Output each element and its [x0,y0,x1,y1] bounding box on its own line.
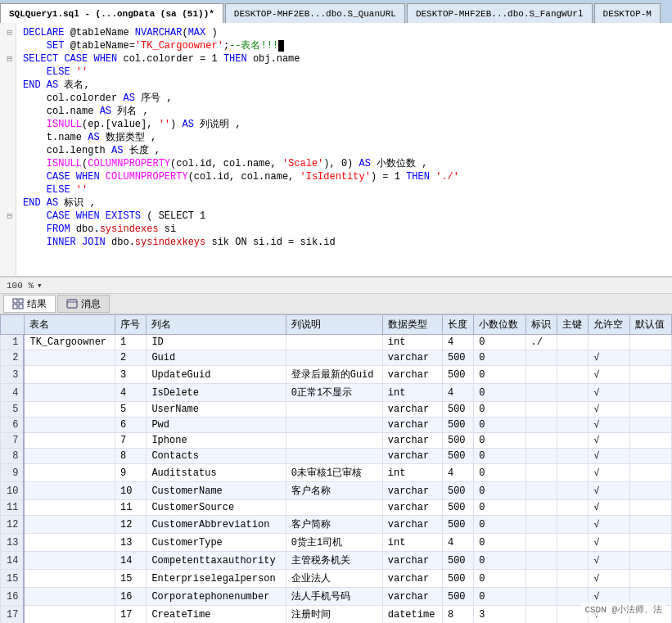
table-row: 1717CreateTime注册时间datetime83√ [1,606,672,624]
tab-results-label: 结果 [27,297,47,311]
data-cell: varchar [382,552,442,570]
data-cell: 主管税务机关 [286,552,382,570]
table-row: 44IsDelete0正常1不显示int40√ [1,384,672,402]
data-cell: √ [589,402,630,418]
tab-query[interactable]: SQLQuery1.sql - (...ongData (sa (51))* [0,3,223,23]
data-cell [24,384,115,402]
data-cell: 500 [442,482,473,500]
grid-icon [12,298,24,309]
data-cell [24,418,115,433]
data-cell [630,464,672,482]
data-cell [630,482,672,500]
data-cell [557,482,588,500]
data-cell: √ [589,433,630,449]
data-cell: IsDelete [147,384,286,402]
data-cell: int [382,464,442,482]
data-table-container[interactable]: 表名 序号 列名 列说明 数据类型 长度 小数位数 标识 主键 允许空 默认值 … [0,314,672,623]
data-cell [630,534,672,552]
data-cell [24,534,115,552]
data-cell: 10 [115,482,147,500]
data-cell: Enterpriselegalperson [147,570,286,588]
tab-results[interactable]: 结果 [3,295,56,313]
tab-desktop-label: DESKTOP-M [603,9,652,19]
data-cell [630,570,672,588]
table-row: 33UpdateGuid登录后最新的Guidvarchar5000√ [1,366,672,384]
data-cell [24,482,115,500]
table-row: 1515Enterpriselegalperson企业法人varchar5000… [1,570,672,588]
zoom-dropdown-icon[interactable]: ▾ [37,280,43,291]
data-cell: CustomerAbbreviation [147,516,286,534]
data-cell [525,588,557,606]
data-cell [24,433,115,449]
tab-desktop[interactable]: DESKTOP-M [594,3,661,23]
editor-area[interactable]: ⊟ ⊟ ⊟ DECLARE @tableName NVARCHAR(MAX ) … [0,23,672,277]
data-cell [24,350,115,366]
data-cell [525,384,557,402]
row-num-cell: 4 [1,384,25,402]
data-cell: CreateTime [147,606,286,624]
data-cell: 6 [115,418,147,433]
data-cell [557,500,588,516]
data-cell: 0 [474,516,525,534]
data-cell [24,552,115,570]
data-cell: int [382,384,442,402]
tab-quanurl[interactable]: DESKTOP-MHF2EB...dbo.S_QuanURL [225,3,405,23]
data-cell: datetime [382,606,442,624]
row-num-cell: 1 [1,335,25,350]
data-cell [557,449,588,464]
data-cell: 12 [115,516,147,534]
data-cell: varchar [382,570,442,588]
data-cell [630,500,672,516]
data-cell: 0 [474,552,525,570]
data-cell: 500 [442,552,473,570]
data-cell [630,350,672,366]
data-cell: 4 [442,464,473,482]
data-cell: 7 [115,433,147,449]
data-cell: 0 [474,350,525,366]
data-cell: 4 [442,384,473,402]
data-cell: 0货主1司机 [286,534,382,552]
data-cell: 0 [474,449,525,464]
data-cell [286,433,382,449]
data-cell [630,516,672,534]
data-cell: varchar [382,449,442,464]
col-seq: 序号 [115,315,147,335]
data-cell: UpdateGuid [147,366,286,384]
data-cell [525,516,557,534]
data-cell: √ [589,464,630,482]
row-num-cell: 17 [1,606,25,624]
code-editor[interactable]: DECLARE @tableName NVARCHAR(MAX ) SET @t… [16,23,672,276]
table-row: 1616Corporatephonenumber法人手机号码varchar500… [1,588,672,606]
tab-messages[interactable]: 消息 [57,295,110,313]
data-cell: CustomerSource [147,500,286,516]
data-cell [557,534,588,552]
table-header-row: 表名 序号 列名 列说明 数据类型 长度 小数位数 标识 主键 允许空 默认值 [1,315,672,335]
data-cell: 8 [115,449,147,464]
data-cell: 500 [442,433,473,449]
table-row: 1313CustomerType0货主1司机int40√ [1,534,672,552]
table-row: 77Iphonevarchar5000√ [1,433,672,449]
tab-fangwurl[interactable]: DESKTOP-MHF2EB...dbo.S_FangWUrl [407,3,593,23]
data-cell: varchar [382,366,442,384]
data-cell [525,433,557,449]
row-num-cell: 10 [1,482,25,500]
col-pk: 主键 [557,315,588,335]
data-cell: 16 [115,588,147,606]
data-cell: Auditstatus [147,464,286,482]
tab-messages-label: 消息 [81,297,101,311]
data-cell: 8 [442,606,473,624]
data-cell [557,384,588,402]
row-num-cell: 5 [1,402,25,418]
data-cell: Guid [147,350,286,366]
data-cell: 法人手机号码 [286,588,382,606]
col-colname: 列名 [147,315,286,335]
data-cell [557,402,588,418]
tab-query-label: SQLQuery1.sql - (...ongData (sa (51))* [9,9,214,19]
row-num-cell: 13 [1,534,25,552]
data-cell: 客户名称 [286,482,382,500]
data-cell: Pwd [147,418,286,433]
data-cell [557,516,588,534]
table-row: 1212CustomerAbbreviation客户简称varchar5000√ [1,516,672,534]
data-cell [24,366,115,384]
data-cell: 4 [115,384,147,402]
